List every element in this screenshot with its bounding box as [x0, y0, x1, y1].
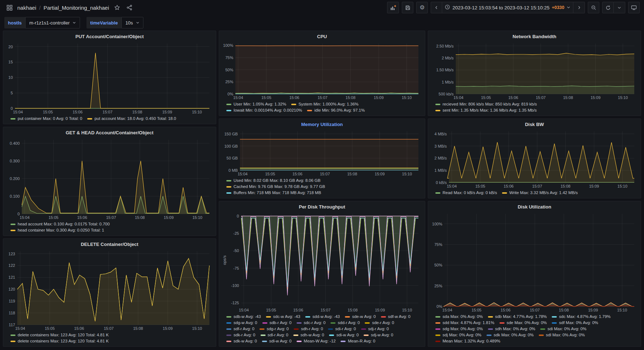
legend-item[interactable]: sdf-w Avg: 0 — [381, 314, 410, 320]
legend-item[interactable]: sda Max: 0% Avg: 0% — [435, 314, 483, 320]
legend-item[interactable]: sdh Max: 0% Avg: 0% — [488, 326, 536, 332]
panel-title[interactable]: DELETE Container/Object — [6, 241, 213, 248]
get-head-chart[interactable]: 15:0415:0515:0615:0715:0815:0915:1000.10… — [6, 137, 213, 221]
disk-utilization-chart[interactable]: 15:0415:0515:0615:0715:0815:0915:100%25%… — [431, 211, 638, 313]
panel-title[interactable]: GET & HEAD Account/Container/Object — [6, 129, 213, 137]
legend-item[interactable]: sdi-r Avg: 0 — [328, 326, 356, 332]
legend-item[interactable]: sdd-w Avg: -43 — [305, 314, 340, 320]
cpu-chart[interactable]: 15:0415:0515:0615:0715:0815:0915:100%25%… — [222, 41, 422, 101]
legend-item[interactable]: sdc-r Avg: 0 — [297, 320, 326, 326]
series-color-swatch — [435, 341, 440, 342]
panel-title[interactable]: Per Disk Throughput — [222, 203, 422, 211]
panel-title[interactable]: Disk Utilization — [431, 203, 638, 211]
legend-item[interactable]: sdl Max: 0% Avg: 0% — [539, 332, 585, 338]
legend-item[interactable]: sdc-w Avg: -43 — [266, 314, 300, 320]
save-dashboard-button[interactable] — [402, 2, 413, 13]
legend-item[interactable]: sdb-w Avg: -43 — [226, 314, 261, 320]
legend-text: sde-r Avg: 0 — [372, 320, 394, 326]
legend-text: sdi-r Avg: 0 — [335, 326, 356, 332]
share-icon[interactable] — [125, 3, 134, 12]
legend-item[interactable]: delete containers Max: 123 Avg: 120 Tota… — [10, 338, 109, 344]
legend-item[interactable]: Buffers Min: 718 MB Max: 718 MB Avg: 718… — [226, 190, 321, 196]
put-chart[interactable]: 15:0415:0515:0615:0715:0815:0915:1005101… — [6, 41, 213, 115]
legend-item[interactable]: recieved Min: 806 kb/s Max: 850 kb/s Avg… — [435, 101, 537, 107]
legend-item[interactable]: User Min: 1.05% Avg: 1.32% — [226, 101, 286, 107]
chart-svg: 15:0415:0515:0615:0715:0815:0915:100 kB/… — [431, 129, 638, 189]
legend-item[interactable]: sdi-w Avg: 0 — [329, 332, 359, 338]
legend-item[interactable]: sdh-r Avg: 0 — [294, 326, 323, 332]
per-disk-throughput-chart[interactable]: 15:0415:0515:0615:0715:0815:0915:100-25-… — [222, 211, 422, 313]
legend-item[interactable]: sdl-r Avg: 0 — [261, 332, 288, 338]
legend-item[interactable]: sdk Max: 0% Avg: 0% — [487, 332, 534, 338]
legend-item[interactable]: head container Max: 0.300 Avg: 0.0250 To… — [10, 227, 104, 233]
legend-item[interactable]: Iowait Min: 0.00104% Avg: 0.00210% — [226, 107, 302, 113]
dashboard-settings-button[interactable]: ⚙ — [416, 2, 428, 13]
time-range-picker-button[interactable]: 2023-03-12 15:03:54 to 2023-03-12 15:10:… — [442, 2, 573, 13]
svg-text:121: 121 — [9, 275, 15, 279]
legend-item[interactable]: head account Max: 0.100 Avg: 0.0175 Tota… — [10, 221, 110, 227]
kiosk-tv-button[interactable] — [628, 2, 640, 13]
apps-grid-icon[interactable] — [5, 3, 14, 12]
legend-item[interactable]: idle Min: 96.0% Avg: 97.1% — [307, 107, 365, 113]
legend-item[interactable]: Mean-W Avg: -12 — [297, 338, 336, 344]
legend-item[interactable]: Mean Max: 1.32% Avg: 0.489% — [435, 338, 500, 344]
variable-hostIs-dropdown[interactable]: m-r1z1s1-controller — [25, 17, 80, 28]
panel-title[interactable]: Network Bandwidth — [431, 33, 638, 41]
legend-item[interactable]: Write Max: 3.32 MB/s Avg: 1.42 MB/s — [502, 190, 578, 196]
legend-item[interactable]: sde-w Avg: 0 — [345, 314, 376, 320]
legend-item[interactable]: sdh-w Avg: 0 — [293, 332, 324, 338]
variable-timeVariable-dropdown[interactable]: 10s — [121, 17, 143, 28]
legend-item[interactable]: put container Max: 0 Avg: 0 Total: 0 — [10, 116, 82, 122]
memory-chart[interactable]: 15:0415:0515:0615:0715:0815:0915:100 MB5… — [222, 129, 422, 177]
breadcrumb-folder[interactable]: nakhaei — [17, 5, 36, 11]
legend-item[interactable]: sdk-r Avg: 0 — [226, 332, 256, 338]
star-icon[interactable] — [113, 3, 121, 12]
refresh-button[interactable] — [602, 2, 614, 13]
legend-item[interactable]: sdd Max: 4.87% Avg: 1.81% — [435, 320, 494, 326]
legend-item[interactable]: sdg-w Avg: 0 — [226, 320, 257, 326]
network-bandwidth-chart[interactable]: 15:0415:0515:0615:0715:0815:0915:10500 k… — [431, 41, 638, 101]
legend-item[interactable]: sdg Max: 0% Avg: 0% — [435, 326, 483, 332]
legend-item[interactable]: sdb-r Avg: 0 — [262, 320, 292, 326]
time-range-back-button[interactable] — [431, 2, 442, 13]
legend-item[interactable]: sdg-r Avg: 0 — [259, 326, 289, 332]
legend-item[interactable]: sde-r Avg: 0 — [365, 320, 394, 326]
legend-item[interactable]: sdj-r Avg: 0 — [361, 326, 389, 332]
zoom-out-button[interactable] — [588, 2, 599, 13]
panel-title[interactable]: CPU — [222, 33, 422, 41]
legend-item[interactable]: sdi Max: 0% Avg: 0% — [540, 326, 586, 332]
time-range-forward-button[interactable] — [573, 2, 585, 13]
refresh-interval-caret-button[interactable] — [614, 2, 625, 13]
panel-title[interactable]: PUT Account/Container/Object — [6, 33, 213, 41]
legend-item[interactable]: sdj-w Avg: 0 — [364, 332, 393, 338]
delete-chart[interactable]: 15:0415:0515:0615:0715:0815:0915:1011711… — [6, 248, 213, 332]
legend-item[interactable]: sdl-w Avg: 0 — [262, 338, 292, 344]
legend-item[interactable]: sde Max: 0% Avg: 0% — [499, 320, 547, 326]
legend-item[interactable]: sdf Max: 0% Avg: 0% — [552, 320, 598, 326]
legend-item[interactable]: put account Max: 18.0 Avg: 0.450 Total: … — [87, 116, 176, 122]
panel-title[interactable]: Disk BW — [431, 121, 638, 129]
legend-item[interactable]: Cached Min: 9.76 GB Max: 9.78 GB Avg: 9.… — [226, 184, 325, 190]
legend-item[interactable]: sdd-r Avg: 0 — [330, 320, 360, 326]
legend-item[interactable]: sdk-w Avg: 0 — [226, 338, 257, 344]
legend-item[interactable]: sent Min: 1.35 Mb/s Max: 1.36 Mb/s Avg: … — [435, 107, 537, 113]
legend-item[interactable]: sdf-r Avg: 0 — [226, 326, 254, 332]
legend-item[interactable]: Used Min: 8.02 GB Max: 8.10 GB Avg: 8.06… — [226, 178, 320, 184]
series-color-swatch — [435, 316, 440, 318]
breadcrumb-dashboard-title[interactable]: Partial_Monitoring_nakhaei — [44, 5, 109, 11]
legend-item[interactable]: sdc Max: 4.87% Avg: 1.79% — [552, 314, 610, 320]
disk-bw-chart[interactable]: 15:0415:0515:0615:0715:0815:0915:100 kB/… — [431, 129, 638, 189]
legend-item[interactable]: delete containers Max: 123 Avg: 120 Tota… — [10, 332, 109, 338]
add-panel-button[interactable] — [387, 2, 399, 13]
panel-title[interactable]: Memory Utilization — [222, 121, 422, 129]
legend-item[interactable]: System Min: 1.000% Avg: 1.36% — [291, 101, 359, 107]
series-color-swatch — [226, 335, 231, 336]
svg-text:15:06: 15:06 — [77, 215, 87, 220]
legend-item[interactable]: Read Max: 0 kB/s Avg: 0 kB/s — [435, 190, 497, 196]
legend-item[interactable]: Mean-R Avg: 0 — [341, 338, 375, 344]
legend-item[interactable]: sdj Max: 0% Avg: 0% — [435, 332, 481, 338]
legend-item[interactable]: sdb Max: 4.77% Avg: 1.78% — [488, 314, 547, 320]
svg-text:0%: 0% — [227, 92, 233, 96]
svg-text:4 MB/s: 4 MB/s — [435, 132, 447, 136]
series-color-swatch — [540, 328, 545, 330]
